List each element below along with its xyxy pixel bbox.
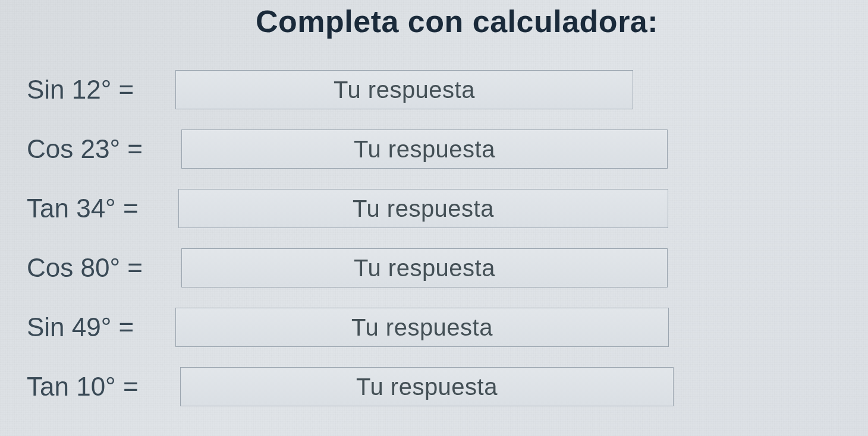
question-label: Sin 49° = xyxy=(27,312,175,342)
question-row: Tan 34° = xyxy=(27,189,693,228)
question-label: Cos 80° = xyxy=(27,253,181,283)
page-title: Completa con calculadora: xyxy=(256,4,658,39)
answer-input-tan34[interactable] xyxy=(178,189,668,228)
question-label: Cos 23° = xyxy=(27,134,181,164)
question-row: Sin 12° = xyxy=(27,70,693,109)
question-row: Cos 23° = xyxy=(27,129,693,169)
question-row: Cos 80° = xyxy=(27,248,693,287)
answer-input-tan10[interactable] xyxy=(180,367,674,406)
answer-input-sin12[interactable] xyxy=(175,70,633,109)
question-row: Tan 10° = xyxy=(27,367,693,406)
question-row: Sin 49° = xyxy=(27,308,693,347)
question-label: Sin 12° = xyxy=(27,75,175,105)
question-rows: Sin 12° = Cos 23° = Tan 34° = Cos 80° = … xyxy=(27,70,693,426)
answer-input-sin49[interactable] xyxy=(175,308,669,347)
question-label: Tan 10° = xyxy=(27,372,180,402)
answer-input-cos23[interactable] xyxy=(181,129,668,169)
question-label: Tan 34° = xyxy=(27,194,178,223)
answer-input-cos80[interactable] xyxy=(181,248,668,287)
